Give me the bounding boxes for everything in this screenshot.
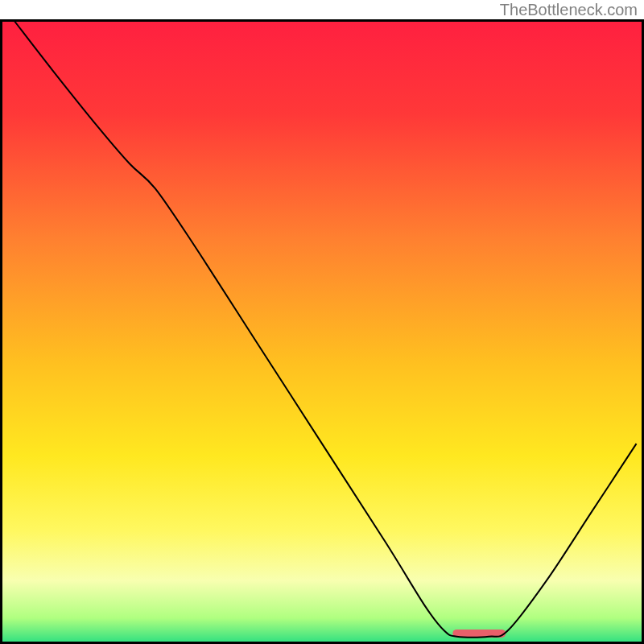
header: TheBottleneck.com: [0, 0, 644, 19]
bottleneck-chart: [0, 19, 644, 644]
svg-rect-0: [2, 21, 643, 643]
watermark-text: TheBottleneck.com: [500, 1, 638, 19]
chart-container: [0, 19, 644, 644]
